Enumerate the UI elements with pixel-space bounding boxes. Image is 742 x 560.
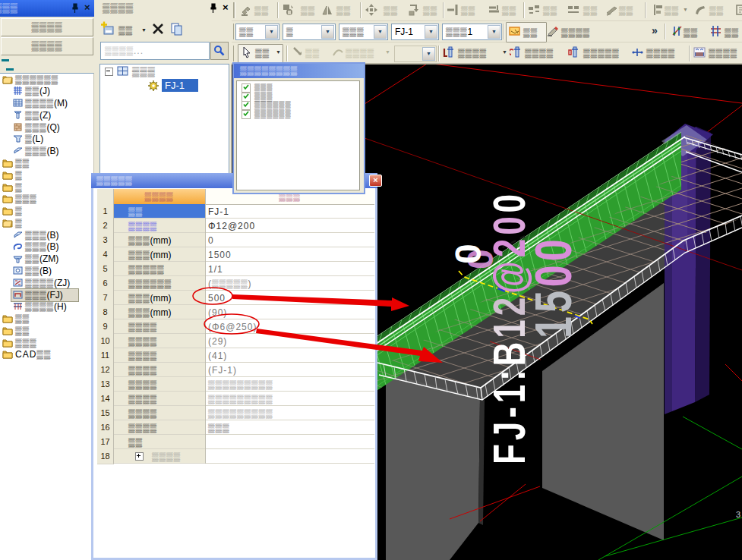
svg-text:0: 0: [448, 244, 488, 264]
svg-text:FJ-1:B12@200: FJ-1:B12@200: [485, 190, 535, 464]
svg-text:3: 3: [736, 510, 740, 519]
